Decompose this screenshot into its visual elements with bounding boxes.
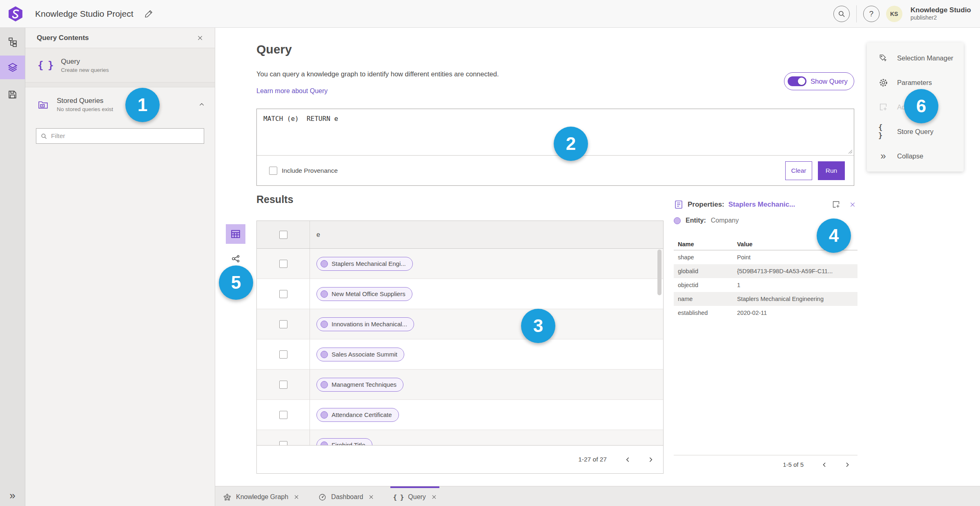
- results-page-range: 1-27 of 27: [578, 456, 607, 463]
- row-checkbox[interactable]: [279, 290, 287, 298]
- property-row: established2020-02-11: [674, 306, 858, 320]
- column-header-e: e: [316, 231, 320, 239]
- row-checkbox[interactable]: [279, 441, 287, 446]
- row-checkbox[interactable]: [279, 320, 287, 328]
- table-row[interactable]: Innovations in Mechanical...: [257, 309, 663, 339]
- entity-pill[interactable]: Managment Techniques: [316, 378, 403, 392]
- filter-search-icon: [40, 133, 47, 140]
- query-page-title: Query: [256, 42, 292, 56]
- include-provenance-checkbox[interactable]: [269, 167, 277, 175]
- close-tab-icon[interactable]: [294, 494, 299, 500]
- entity-pill[interactable]: Sales Associate Summit: [316, 348, 404, 361]
- table-view-button[interactable]: [226, 224, 245, 244]
- collapse-stored-queries-button[interactable]: [197, 100, 207, 109]
- row-checkbox[interactable]: [279, 260, 287, 268]
- table-row[interactable]: Staplers Mechanical Engi...: [257, 249, 663, 279]
- app-logo-icon[interactable]: [7, 6, 24, 22]
- contents-item-stored-queries[interactable]: Stored Queries No stored queries exist: [25, 87, 215, 122]
- dashboard-icon: [318, 493, 327, 502]
- show-query-toggle[interactable]: Show Query: [784, 72, 854, 90]
- results-table-body: Staplers Mechanical Engi... New Metal Of…: [257, 249, 663, 445]
- properties-entity-link[interactable]: Staplers Mechanic...: [728, 201, 795, 209]
- entity-dot-icon: [321, 381, 328, 388]
- close-tab-icon[interactable]: [431, 494, 437, 500]
- close-tab-icon[interactable]: [368, 494, 374, 500]
- app-root: Knowledge Studio Project ? KS: [0, 0, 980, 506]
- item-label: Query: [61, 58, 207, 66]
- show-query-label: Show Query: [811, 78, 848, 85]
- table-row[interactable]: Sales Associate Summit: [257, 339, 663, 370]
- link-chart-view-button[interactable]: [227, 250, 244, 267]
- annotation-callout-6: 6: [904, 89, 938, 123]
- rail-item-data-model[interactable]: [0, 30, 25, 54]
- user-name: Knowledge Studio: [911, 6, 971, 14]
- tab-label: Query: [408, 493, 426, 501]
- close-panel-button[interactable]: [195, 33, 205, 43]
- menu-item-label: Collapse: [897, 152, 923, 160]
- rail-item-query-layers[interactable]: [0, 56, 25, 79]
- table-row[interactable]: New Metal Office Suppliers: [257, 279, 663, 309]
- results-next-page-button[interactable]: [644, 453, 657, 466]
- results-view-toggle: [226, 224, 245, 267]
- properties-prev-page-button[interactable]: [817, 458, 831, 472]
- link-chart-icon: [231, 254, 241, 263]
- menu-item-label: Parameters: [897, 79, 932, 87]
- table-icon: [230, 229, 241, 239]
- menu-item-store-query[interactable]: { } Store Query: [867, 119, 964, 144]
- annotation-callout-1: 1: [125, 88, 160, 122]
- stored-queries-folder-icon: [38, 99, 49, 110]
- resize-handle-icon[interactable]: [848, 149, 853, 154]
- filter-input[interactable]: [51, 132, 200, 140]
- left-icon-rail: »: [0, 28, 25, 506]
- rail-item-save[interactable]: [0, 82, 25, 106]
- entity-pill[interactable]: Attendance Certificate: [316, 408, 399, 422]
- entity-pill[interactable]: Innovations in Mechanical...: [316, 317, 414, 331]
- entity-pill[interactable]: New Metal Office Suppliers: [316, 287, 412, 301]
- search-icon: [837, 10, 846, 18]
- results-scrollbar-thumb[interactable]: [657, 250, 662, 295]
- close-properties-button[interactable]: [848, 200, 858, 210]
- search-button[interactable]: [833, 6, 850, 22]
- table-row[interactable]: Attendance Certificate: [257, 400, 663, 430]
- help-button[interactable]: ?: [863, 6, 880, 22]
- add-to-new-button[interactable]: [830, 198, 842, 210]
- entity-pill[interactable]: Firebird Title: [316, 438, 372, 446]
- select-all-checkbox[interactable]: [279, 231, 287, 239]
- table-row[interactable]: Managment Techniques: [257, 370, 663, 400]
- row-checkbox[interactable]: [279, 350, 287, 359]
- menu-item-selection-manager[interactable]: Selection Manager: [867, 46, 964, 70]
- tab-knowledge-graph[interactable]: Knowledge Graph: [220, 486, 302, 506]
- avatar[interactable]: KS: [886, 6, 902, 22]
- properties-next-page-button[interactable]: [840, 458, 854, 472]
- results-table: e Staplers Mechanical Engi... New Metal …: [256, 221, 664, 474]
- contents-item-query[interactable]: { } Query Create new queries: [25, 48, 215, 82]
- entity-dot-icon: [321, 260, 328, 267]
- annotation-callout-5: 5: [219, 265, 253, 300]
- toggle-knob: [798, 78, 805, 85]
- results-pagination: 1-27 of 27: [257, 445, 663, 473]
- tab-query[interactable]: { } Query: [390, 486, 439, 506]
- tab-dashboard[interactable]: Dashboard: [316, 486, 376, 506]
- include-provenance-control: Include Provenance: [269, 167, 338, 175]
- edit-title-icon[interactable]: [144, 9, 153, 18]
- rail-expand-button[interactable]: »: [0, 489, 25, 502]
- properties-page-range: 1-5 of 5: [783, 461, 804, 468]
- top-bar: Knowledge Studio Project ? KS: [0, 0, 980, 28]
- run-button[interactable]: Run: [818, 161, 845, 180]
- save-icon: [7, 89, 18, 100]
- results-prev-page-button[interactable]: [621, 453, 635, 466]
- entity-pill[interactable]: Staplers Mechanical Engi...: [316, 257, 413, 271]
- toggle-track[interactable]: [788, 76, 806, 86]
- layers-icon: [7, 62, 18, 73]
- menu-item-collapse[interactable]: » Collapse: [867, 144, 964, 168]
- project-title: Knowledge Studio Project: [35, 9, 134, 19]
- table-row[interactable]: Firebird Title: [257, 430, 663, 445]
- user-block[interactable]: Knowledge Studio publisher2: [911, 6, 971, 21]
- row-checkbox[interactable]: [279, 381, 287, 389]
- property-row: objectid1: [674, 278, 858, 292]
- learn-more-link[interactable]: Learn more about Query: [256, 87, 327, 95]
- clear-button[interactable]: Clear: [785, 161, 812, 180]
- knowledge-graph-icon: [223, 493, 232, 502]
- selection-manager-icon: [878, 53, 888, 63]
- row-checkbox[interactable]: [279, 411, 287, 419]
